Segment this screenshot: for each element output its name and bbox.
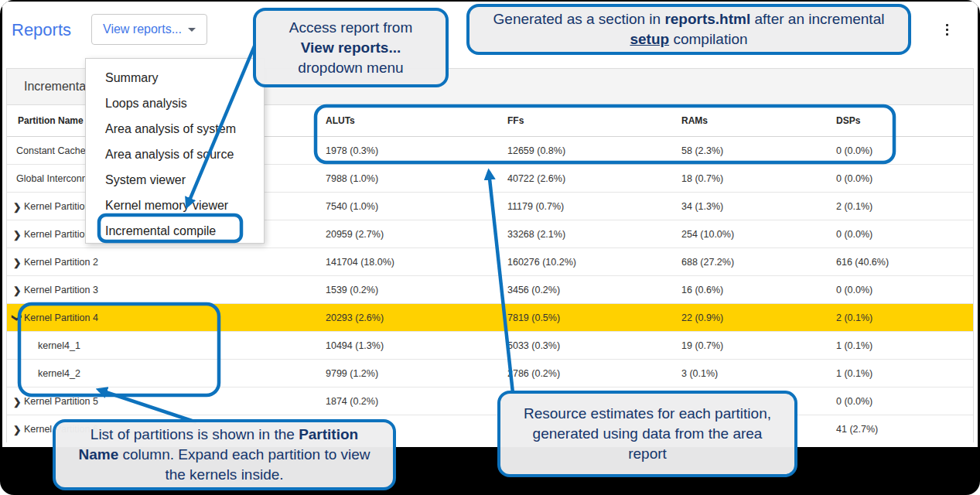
rams-cell: 688 (27.2%) xyxy=(681,257,734,268)
callout-text: Access report from xyxy=(289,19,412,36)
dsps-cell: 0 (0.0%) xyxy=(836,285,872,295)
aluts-cell: 20959 (2.7%) xyxy=(326,229,384,240)
callout-resource-estimates: Resource estimates for each partition, g… xyxy=(497,391,797,477)
aluts-cell: 1539 (0.2%) xyxy=(326,285,378,295)
aluts-cell: 1874 (0.2%) xyxy=(326,396,378,407)
callout-text: Resource estimates for each partition, g… xyxy=(514,404,780,464)
chevron-right-icon[interactable]: ❯ xyxy=(13,256,21,268)
dsps-cell: 2 (0.1%) xyxy=(836,312,872,323)
partition-name-cell: kernel4_2 xyxy=(38,368,80,379)
report-page: Reports View reports... Incremental comp… xyxy=(2,2,978,447)
table-row[interactable]: ❯Kernel Partition 2141704 (18.0%)160276 … xyxy=(7,248,973,276)
dsps-cell: 0 (0.0%) xyxy=(836,145,872,156)
menu-item-system-viewer[interactable]: System viewer xyxy=(86,167,264,193)
rams-cell: 16 (0.6%) xyxy=(681,285,723,295)
rams-cell: 3 (0.1%) xyxy=(681,368,718,379)
chevron-right-icon[interactable]: ❯ xyxy=(13,395,21,407)
table-row[interactable]: ❯Kernel Partition 31539 (0.2%)3456 (0.2%… xyxy=(7,276,973,304)
ffs-cell: 160276 (10.2%) xyxy=(507,257,576,268)
callout-text: Generated as a section in xyxy=(493,11,665,27)
ffs-cell: 40722 (2.6%) xyxy=(507,173,565,184)
callout-text-link: setup xyxy=(630,31,669,47)
callout-text: dropdown menu xyxy=(298,60,403,76)
dsps-cell: 0 (0.0%) xyxy=(836,173,872,184)
column-header-ffs: FFs xyxy=(507,115,524,126)
column-header-dsps: DSPs xyxy=(836,115,860,126)
menu-item-loops-analysis[interactable]: Loops analysis xyxy=(86,90,264,116)
rams-cell: 22 (0.9%) xyxy=(681,312,723,323)
aluts-cell: 20293 (2.6%) xyxy=(326,312,384,323)
aluts-cell: 141704 (18.0%) xyxy=(326,257,394,268)
table-row[interactable]: ❯Kernel Partition 420293 (2.6%)7819 (0.5… xyxy=(7,304,973,332)
chevron-right-icon[interactable]: ❯ xyxy=(13,200,21,212)
rams-cell: 18 (0.7%) xyxy=(681,173,723,184)
chevron-down-icon[interactable]: ❯ xyxy=(12,313,23,321)
rams-cell: 19 (0.7%) xyxy=(681,340,723,351)
ffs-cell: 7819 (0.5%) xyxy=(507,312,560,323)
callout-text: compilation xyxy=(669,31,747,47)
dsps-cell: 41 (2.7%) xyxy=(836,424,878,435)
partition-name-cell: Kernel Partition 3 xyxy=(24,285,98,295)
view-reports-dropdown-menu: SummaryLoops analysisArea analysis of sy… xyxy=(85,58,265,244)
callout-text: List of partitions is shown in the xyxy=(90,426,299,442)
aluts-cell: 7540 (1.0%) xyxy=(326,201,378,212)
menu-item-summary[interactable]: Summary xyxy=(86,65,264,90)
screenshot-frame: Reports View reports... Incremental comp… xyxy=(0,0,980,495)
menu-item-kernel-memory-viewer[interactable]: Kernel memory viewer xyxy=(86,193,264,218)
column-header-aluts: ALUTs xyxy=(326,115,355,126)
callout-access-report: Access report from View reports... dropd… xyxy=(253,8,449,87)
table-row[interactable]: kernel4_29799 (1.2%)2786 (0.2%)3 (0.1%)1… xyxy=(7,360,973,387)
dsps-cell: 1 (0.1%) xyxy=(836,368,872,379)
chevron-right-icon[interactable]: ❯ xyxy=(13,228,21,240)
aluts-cell: 10494 (1.3%) xyxy=(326,340,384,351)
ffs-cell: 2786 (0.2%) xyxy=(507,368,560,379)
rams-cell: 58 (2.3%) xyxy=(681,145,723,156)
kebab-menu-icon[interactable] xyxy=(943,21,951,39)
chevron-down-icon xyxy=(188,28,196,32)
aluts-cell: 9799 (1.2%) xyxy=(326,368,378,379)
partition-name-cell: Kernel Partition 4 xyxy=(24,312,98,323)
callout-text-bold: View reports... xyxy=(301,39,401,56)
column-header-rams: RAMs xyxy=(681,115,708,126)
ffs-cell: 11179 (0.7%) xyxy=(507,201,564,212)
table-row[interactable]: ❯Kernel Partition 51874 (0.2%)0 (0.0%) xyxy=(7,387,973,415)
column-header-partition-name: Partition Name xyxy=(18,115,84,126)
chevron-right-icon[interactable]: ❯ xyxy=(13,284,21,295)
table-row[interactable]: kernel4_110494 (1.3%)5033 (0.3%)19 (0.7%… xyxy=(7,332,973,360)
callout-partition-list: List of partitions is shown in the Parti… xyxy=(53,419,396,490)
dsps-cell: 0 (0.0%) xyxy=(836,396,872,407)
dsps-cell: 0 (0.0%) xyxy=(836,229,872,240)
ffs-cell: 33268 (2.1%) xyxy=(507,229,565,240)
callout-text-bold: reports.html xyxy=(664,11,750,27)
dsps-cell: 1 (0.1%) xyxy=(836,340,872,351)
page-title: Reports xyxy=(12,20,71,40)
ffs-cell: 5033 (0.3%) xyxy=(507,340,560,351)
callout-generated-section: Generated as a section in reports.html a… xyxy=(466,4,911,55)
ffs-cell: 12659 (0.8%) xyxy=(507,145,565,156)
menu-item-incremental-compile[interactable]: Incremental compile xyxy=(86,218,264,244)
view-reports-label: View reports... xyxy=(103,22,182,36)
chevron-right-icon[interactable]: ❯ xyxy=(13,424,21,435)
view-reports-button[interactable]: View reports... xyxy=(91,14,207,45)
partition-name-cell: Kernel Partition 5 xyxy=(24,396,98,407)
rams-cell: 254 (10.0%) xyxy=(681,229,734,240)
callout-text: column. Expand each partition to view th… xyxy=(118,446,370,483)
ffs-cell: 3456 (0.2%) xyxy=(507,285,560,295)
partition-name-cell: kernel4_1 xyxy=(38,340,80,351)
menu-item-area-analysis-of-source[interactable]: Area analysis of source xyxy=(86,142,264,167)
dsps-cell: 2 (0.1%) xyxy=(836,201,872,212)
aluts-cell: 7988 (1.0%) xyxy=(326,173,378,184)
dsps-cell: 616 (40.6%) xyxy=(836,257,889,268)
partition-name-cell: Kernel Partition 2 xyxy=(24,257,98,268)
rams-cell: 34 (1.3%) xyxy=(681,201,723,212)
menu-item-area-analysis-of-system[interactable]: Area analysis of system xyxy=(86,116,264,142)
aluts-cell: 1978 (0.3%) xyxy=(326,145,378,156)
callout-text: after an incremental xyxy=(750,11,884,27)
